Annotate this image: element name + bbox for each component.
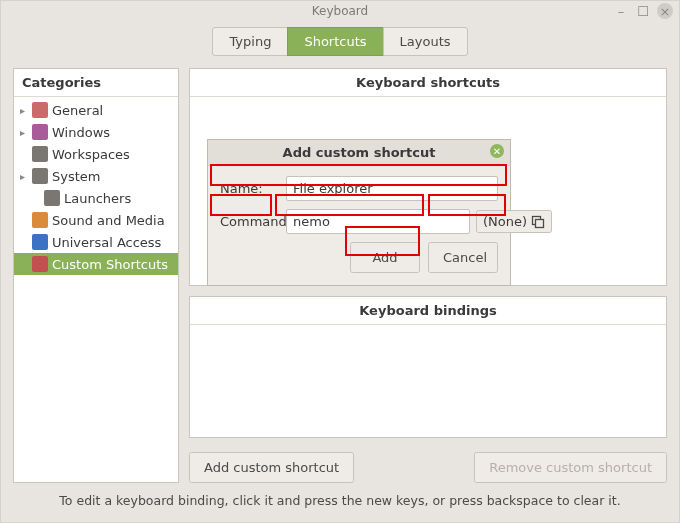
universal-icon xyxy=(32,234,48,250)
dialog-add-button[interactable]: Add xyxy=(350,242,420,273)
sidebar-item-launchers[interactable]: ▸Launchers xyxy=(14,187,178,209)
hint-text: To edit a keyboard binding, click it and… xyxy=(1,483,679,508)
chevron-right-icon: ▸ xyxy=(20,171,28,182)
maximize-icon[interactable]: ☐ xyxy=(635,3,651,19)
tab-shortcuts[interactable]: Shortcuts xyxy=(287,27,383,56)
remove-custom-shortcut-button: Remove custom shortcut xyxy=(474,452,667,483)
keyboard-bindings-header: Keyboard bindings xyxy=(190,297,666,325)
window-title: Keyboard xyxy=(1,4,679,18)
system-icon xyxy=(32,168,48,184)
browse-icon xyxy=(531,215,545,229)
workspaces-icon xyxy=(32,146,48,162)
dialog-title: Add custom shortcut ✕ xyxy=(208,140,510,166)
dialog-title-text: Add custom shortcut xyxy=(283,145,436,160)
general-icon xyxy=(32,102,48,118)
sidebar-item-system[interactable]: ▸System xyxy=(14,165,178,187)
browse-command-button[interactable]: (None) xyxy=(476,210,552,233)
dialog-close-icon[interactable]: ✕ xyxy=(490,144,504,158)
none-label: (None) xyxy=(483,214,527,229)
add-custom-shortcut-dialog: Add custom shortcut ✕ Name: Command: (No… xyxy=(207,139,511,286)
categories-panel: Categories ▸General▸Windows▸Workspaces▸S… xyxy=(13,68,179,483)
window-title-bar: Keyboard – ☐ × xyxy=(1,1,679,21)
name-label: Name: xyxy=(220,181,286,196)
sidebar-item-label: Workspaces xyxy=(52,147,130,162)
command-label: Command: xyxy=(220,214,286,229)
custom-icon xyxy=(32,256,48,272)
sidebar-item-universal-access[interactable]: ▸Universal Access xyxy=(14,231,178,253)
tab-typing[interactable]: Typing xyxy=(212,27,288,56)
add-custom-shortcut-button[interactable]: Add custom shortcut xyxy=(189,452,354,483)
categories-header: Categories xyxy=(14,69,178,97)
name-input[interactable] xyxy=(286,176,498,201)
tab-layouts[interactable]: Layouts xyxy=(383,27,468,56)
sidebar-item-label: Sound and Media xyxy=(52,213,165,228)
keyboard-bindings-panel: Keyboard bindings xyxy=(189,296,667,438)
minimize-icon[interactable]: – xyxy=(613,3,629,19)
svg-rect-1 xyxy=(536,219,544,227)
sidebar-item-label: Windows xyxy=(52,125,110,140)
sound-icon xyxy=(32,212,48,228)
tab-bar: TypingShortcutsLayouts xyxy=(1,21,679,68)
command-input[interactable] xyxy=(286,209,470,234)
launchers-icon xyxy=(44,190,60,206)
sidebar-item-label: Universal Access xyxy=(52,235,161,250)
keyboard-shortcuts-header: Keyboard shortcuts xyxy=(190,69,666,97)
sidebar-item-workspaces[interactable]: ▸Workspaces xyxy=(14,143,178,165)
chevron-right-icon: ▸ xyxy=(20,127,28,138)
sidebar-item-label: Custom Shortcuts xyxy=(52,257,168,272)
sidebar-item-custom-shortcuts[interactable]: ▸Custom Shortcuts xyxy=(14,253,178,275)
window-buttons: – ☐ × xyxy=(613,3,673,19)
sidebar-item-general[interactable]: ▸General xyxy=(14,99,178,121)
dialog-cancel-button[interactable]: Cancel xyxy=(428,242,498,273)
sidebar-item-label: General xyxy=(52,103,103,118)
sidebar-item-windows[interactable]: ▸Windows xyxy=(14,121,178,143)
sidebar-item-sound-and-media[interactable]: ▸Sound and Media xyxy=(14,209,178,231)
chevron-right-icon: ▸ xyxy=(20,105,28,116)
sidebar-item-label: Launchers xyxy=(64,191,131,206)
windows-icon xyxy=(32,124,48,140)
close-icon[interactable]: × xyxy=(657,3,673,19)
sidebar-item-label: System xyxy=(52,169,100,184)
